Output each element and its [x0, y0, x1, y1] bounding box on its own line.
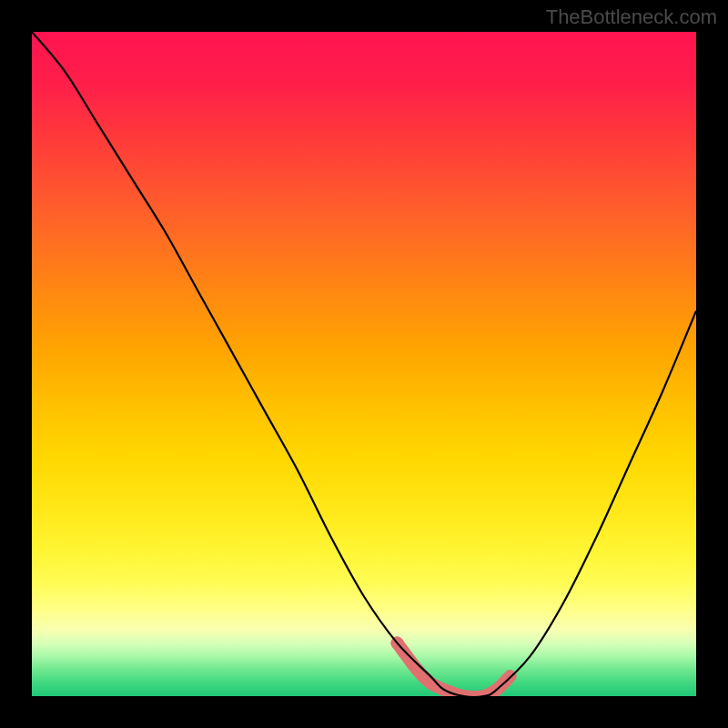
highlight-dot — [410, 663, 423, 676]
watermark-text: TheBottleneck.com — [546, 5, 717, 29]
chart-plot-area — [32, 32, 696, 696]
chart-svg — [32, 32, 696, 696]
bottleneck-curve — [32, 32, 696, 696]
